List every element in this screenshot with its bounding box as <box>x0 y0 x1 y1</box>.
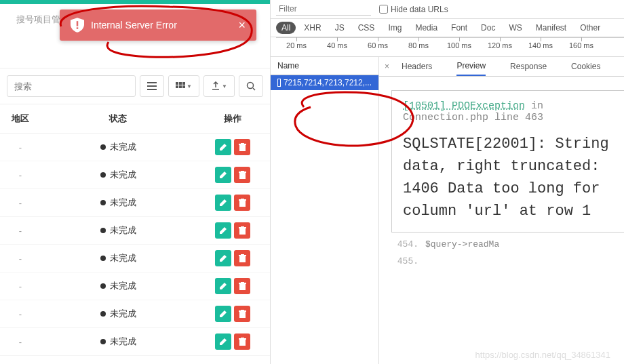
tab-headers[interactable]: Headers <box>402 58 432 75</box>
trash-icon <box>239 226 246 235</box>
code-line: 454. $query->readMa <box>391 239 624 249</box>
timeline-tick: 80 ms <box>398 41 439 49</box>
edit-button[interactable] <box>215 222 231 239</box>
preview-pane[interactable]: [10501] PDOException in Connection.php l… <box>379 77 624 364</box>
status-dot-icon <box>100 228 106 233</box>
edit-button[interactable] <box>215 139 231 155</box>
status-dot-icon <box>100 172 106 178</box>
svg-rect-5 <box>176 82 178 85</box>
table-header: 地区 状态 操作 <box>0 104 270 134</box>
trash-icon <box>239 282 246 290</box>
cell-action <box>195 300 270 327</box>
status-text: 未完成 <box>110 253 136 263</box>
pencil-icon <box>219 171 227 179</box>
pencil-icon <box>219 254 227 262</box>
svg-rect-24 <box>241 226 244 227</box>
svg-rect-3 <box>147 85 157 87</box>
type-filter-ws[interactable]: WS <box>503 22 527 34</box>
svg-rect-34 <box>239 340 246 346</box>
hide-data-urls-checkbox[interactable]: Hide data URLs <box>379 5 448 14</box>
svg-rect-1 <box>77 27 79 29</box>
delete-button[interactable] <box>234 278 250 294</box>
error-box: [10501] PDOException in Connection.php l… <box>391 90 624 232</box>
type-filter-other[interactable]: Other <box>574 22 606 34</box>
request-item[interactable]: 7215,7214,7213,7212,... <box>271 75 378 90</box>
type-filter-css[interactable]: CSS <box>353 22 381 34</box>
tab-preview[interactable]: Preview <box>456 57 486 76</box>
type-filter-xhr[interactable]: XHR <box>298 22 326 34</box>
delete-button[interactable] <box>234 139 250 155</box>
trash-icon <box>239 338 246 346</box>
svg-rect-15 <box>241 143 244 144</box>
delete-button[interactable] <box>234 333 250 350</box>
search-icon <box>246 81 256 91</box>
error-exception-link[interactable]: [10501] PDOException <box>403 100 525 112</box>
network-timeline[interactable]: 20 ms40 ms60 ms80 ms100 ms120 ms140 ms16… <box>271 37 624 57</box>
edit-button[interactable] <box>215 278 231 294</box>
tab-response[interactable]: Response <box>510 58 547 75</box>
error-message: SQLSTATE[22001]: String data, right trun… <box>403 133 624 222</box>
delete-button[interactable] <box>234 250 250 266</box>
edit-button[interactable] <box>215 333 231 350</box>
edit-button[interactable] <box>215 250 231 266</box>
type-filter-doc[interactable]: Doc <box>475 22 501 34</box>
alert-close-icon[interactable]: × <box>238 18 246 33</box>
status-dot-icon <box>100 256 106 261</box>
table-row: -未完成 <box>0 328 270 356</box>
pencil-icon <box>219 310 227 318</box>
delete-button[interactable] <box>234 195 250 211</box>
type-filter-all[interactable]: All <box>276 22 296 34</box>
col-header-status[interactable]: 状态 <box>41 104 195 133</box>
svg-rect-8 <box>176 85 178 88</box>
request-list-header[interactable]: Name <box>271 57 378 75</box>
app-panel: 搜号项目管理 › 导入手机号 Internal Server Error × ▼ <box>0 0 271 364</box>
trash-icon <box>239 143 246 151</box>
type-filter-media[interactable]: Media <box>410 22 443 34</box>
cell-region: - <box>0 136 41 159</box>
timeline-tick: 20 ms <box>276 41 317 49</box>
detail-tabs: × HeadersPreviewResponseCookiesTiming <box>379 57 624 77</box>
svg-rect-25 <box>239 256 246 262</box>
edit-button[interactable] <box>215 167 231 183</box>
trash-icon <box>239 171 246 179</box>
hide-data-urls-label: Hide data URLs <box>391 5 448 14</box>
svg-rect-18 <box>241 171 244 171</box>
error-file-line[interactable]: Connection.php line 463 <box>403 112 624 123</box>
status-text: 未完成 <box>110 197 136 207</box>
cell-status: 未完成 <box>41 329 195 355</box>
hide-data-urls-input[interactable] <box>379 5 388 14</box>
type-filter-font[interactable]: Font <box>446 22 473 34</box>
error-in: in <box>525 100 543 112</box>
network-filter-input[interactable] <box>276 3 371 16</box>
delete-button[interactable] <box>234 306 250 322</box>
type-filter-js[interactable]: JS <box>330 22 350 34</box>
status-dot-icon <box>100 200 106 205</box>
cell-status: 未完成 <box>41 273 195 299</box>
delete-button[interactable] <box>234 222 250 239</box>
delete-button[interactable] <box>234 167 250 183</box>
chevron-down-icon: ▼ <box>187 83 192 89</box>
export-icon <box>211 81 220 91</box>
tab-cookies[interactable]: Cookies <box>571 58 600 75</box>
search-button[interactable] <box>239 75 263 97</box>
table-row: -未完成 <box>0 161 270 189</box>
status-text: 未完成 <box>110 281 136 291</box>
col-header-region[interactable]: 地区 <box>0 104 41 133</box>
table-row: -未完成 <box>0 300 270 328</box>
type-filter-manifest[interactable]: Manifest <box>530 22 572 34</box>
list-view-button[interactable] <box>140 75 164 97</box>
svg-rect-13 <box>239 145 246 151</box>
search-input[interactable] <box>7 75 136 97</box>
edit-button[interactable] <box>215 195 231 211</box>
status-dot-icon <box>100 311 106 317</box>
pencil-icon <box>219 143 227 151</box>
grid-view-button[interactable]: ▼ <box>168 75 199 97</box>
close-detail-icon[interactable]: × <box>385 58 389 75</box>
cell-region: - <box>0 275 41 298</box>
export-button[interactable]: ▼ <box>203 75 235 97</box>
type-filter-img[interactable]: Img <box>383 22 407 34</box>
cell-region: - <box>0 191 41 215</box>
error-alert: Internal Server Error × <box>60 9 256 41</box>
file-icon <box>277 79 281 87</box>
edit-button[interactable] <box>215 306 231 322</box>
